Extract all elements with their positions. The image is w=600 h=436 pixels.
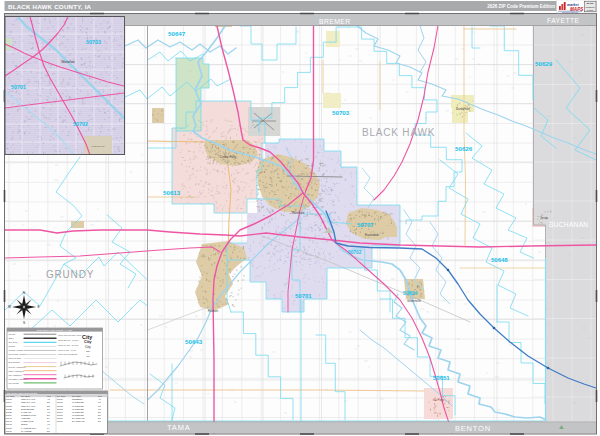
svg-text:WATERLOO: WATERLOO xyxy=(72,405,84,407)
svg-text:50707: 50707 xyxy=(357,222,374,228)
svg-text:50701: 50701 xyxy=(57,401,64,403)
svg-text:LTC: LTC xyxy=(98,395,102,397)
svg-text:Waterloo: Waterloo xyxy=(61,60,75,64)
svg-text:S: S xyxy=(23,321,25,325)
svg-text:50701: 50701 xyxy=(295,293,312,299)
svg-text:50648: 50648 xyxy=(6,423,13,425)
svg-text:CEDAR FALLS: CEDAR FALLS xyxy=(21,405,36,407)
svg-text:E: E xyxy=(37,305,39,309)
svg-text:BENTON: BENTON xyxy=(455,424,491,433)
svg-text:50669: 50669 xyxy=(57,398,64,400)
svg-text:City: City xyxy=(84,339,92,344)
svg-text:Dunkerton: Dunkerton xyxy=(456,107,470,111)
svg-text:ZIP Name: ZIP Name xyxy=(72,395,82,397)
svg-text:www.marketmaps.com: www.marketmaps.com xyxy=(562,11,579,13)
svg-text:Cities 999 and Below: Cities 999 and Below xyxy=(58,353,78,355)
svg-text:50707: 50707 xyxy=(57,420,64,422)
svg-text:50704: 50704 xyxy=(57,411,64,413)
svg-text:BLACK HAWK: BLACK HAWK xyxy=(362,127,435,138)
svg-text:State Highways: State Highways xyxy=(9,370,25,372)
svg-text:ZIP Code: ZIP Code xyxy=(9,341,19,343)
svg-text:Waterloo: Waterloo xyxy=(292,211,305,215)
svg-text:in Stock: in Stock xyxy=(587,9,594,11)
svg-text:Cedar Falls: Cedar Falls xyxy=(220,155,237,159)
svg-text:WATERLOO: WATERLOO xyxy=(72,411,84,413)
svg-text:RAYMOND: RAYMOND xyxy=(21,430,32,432)
svg-text:CEDAR FALLS: CEDAR FALLS xyxy=(21,398,36,400)
svg-text:Gilbertville: Gilbertville xyxy=(407,299,421,303)
svg-text:ZIP Name: ZIP Name xyxy=(21,395,31,397)
svg-text:50643: 50643 xyxy=(6,417,13,419)
svg-text:REINBECK: REINBECK xyxy=(72,398,83,400)
svg-text:50613: 50613 xyxy=(6,398,13,400)
svg-text:ZIP Code: ZIP Code xyxy=(57,395,66,397)
svg-text:GRUNDY: GRUNDY xyxy=(46,269,94,280)
svg-text:MAPS: MAPS xyxy=(570,7,584,12)
svg-text:50701: 50701 xyxy=(11,84,26,90)
svg-text:BLACK HAWK COUNTY, IA: BLACK HAWK COUNTY, IA xyxy=(8,3,92,10)
svg-text:Toll Roads: Toll Roads xyxy=(9,382,20,384)
svg-text:Hudson: Hudson xyxy=(208,309,219,313)
svg-text:TAMA: TAMA xyxy=(167,423,190,432)
svg-text:50613: 50613 xyxy=(163,189,181,196)
svg-text:EVANSDALE: EVANSDALE xyxy=(72,420,85,422)
svg-text:50651: 50651 xyxy=(6,427,13,429)
svg-text:DUNKERTON: DUNKERTON xyxy=(21,408,35,410)
svg-text:50703: 50703 xyxy=(86,39,101,45)
svg-text:50626: 50626 xyxy=(6,408,13,410)
svg-text:ZIP Code: ZIP Code xyxy=(6,395,15,397)
svg-text:State: State xyxy=(9,337,15,339)
svg-text:50634: 50634 xyxy=(403,290,418,296)
svg-text:FAIRBANK: FAIRBANK xyxy=(21,411,32,413)
svg-text:2026 Black Hawk County, IA Map: 2026 Black Hawk County, IA Map xyxy=(37,329,73,332)
svg-text:50626: 50626 xyxy=(455,145,473,152)
svg-text:50614: 50614 xyxy=(6,401,13,403)
svg-text:US Highways: US Highways xyxy=(9,374,23,376)
svg-text:50702: 50702 xyxy=(73,121,88,127)
svg-text:Minor Roads: Minor Roads xyxy=(9,357,22,359)
svg-text:Primary Roads: Primary Roads xyxy=(9,349,24,351)
svg-text:50706: 50706 xyxy=(57,414,64,416)
svg-text:50651: 50651 xyxy=(433,375,450,381)
svg-text:W: W xyxy=(8,305,11,309)
svg-text:MapBooks: MapBooks xyxy=(586,6,595,8)
svg-text:County: County xyxy=(9,333,17,335)
svg-text:BUCHANAN: BUCHANAN xyxy=(549,221,588,228)
svg-text:WATERLOO: WATERLOO xyxy=(72,401,84,403)
svg-text:Jesup: Jesup xyxy=(540,216,548,220)
svg-text:CROSSROADS: CROSSROADS xyxy=(92,145,106,147)
svg-text:LA PORTE CITY: LA PORTE CITY xyxy=(21,427,37,429)
svg-text:JESUP: JESUP xyxy=(21,423,28,425)
svg-text:LTC: LTC xyxy=(47,395,51,397)
svg-text:50702: 50702 xyxy=(57,405,64,407)
svg-text:50703: 50703 xyxy=(57,408,64,410)
svg-text:Exit Ramps: Exit Ramps xyxy=(9,361,21,363)
svg-text:50647: 50647 xyxy=(168,30,186,37)
svg-text:La Porte: La Porte xyxy=(434,398,445,402)
svg-text:50647: 50647 xyxy=(6,420,13,422)
svg-text:HUDSON: HUDSON xyxy=(21,417,31,419)
svg-text:Evansdale: Evansdale xyxy=(365,233,379,237)
svg-text:City: City xyxy=(85,345,91,349)
svg-text:50667: 50667 xyxy=(6,430,13,432)
svg-text:50629: 50629 xyxy=(535,60,553,67)
svg-text:50703: 50703 xyxy=(332,109,350,116)
svg-text:50623: 50623 xyxy=(6,405,13,407)
svg-text:JANESVILLE: JANESVILLE xyxy=(21,420,34,422)
svg-text:GILBERTVILLE: GILBERTVILLE xyxy=(21,414,36,416)
svg-text:BREMER: BREMER xyxy=(319,18,350,25)
svg-text:50629: 50629 xyxy=(6,411,13,413)
svg-text:WATERLOO: WATERLOO xyxy=(72,408,84,410)
svg-text:WATERLOO: WATERLOO xyxy=(72,414,84,416)
svg-text:FAYETTE: FAYETTE xyxy=(547,17,580,24)
svg-text:2026 ZIP Code Premium Edition: 2026 ZIP Code Premium Edition xyxy=(487,4,555,9)
svg-text:EVANSDALE: EVANSDALE xyxy=(72,417,85,419)
svg-text:50643: 50643 xyxy=(185,338,203,345)
svg-text:50702: 50702 xyxy=(348,250,362,255)
svg-text:CEDAR FALLS: CEDAR FALLS xyxy=(21,401,36,403)
svg-text:50648: 50648 xyxy=(491,257,508,263)
svg-text:Roads: Roads xyxy=(9,345,16,347)
svg-text:50707: 50707 xyxy=(57,417,64,419)
svg-text:50634: 50634 xyxy=(6,414,13,416)
